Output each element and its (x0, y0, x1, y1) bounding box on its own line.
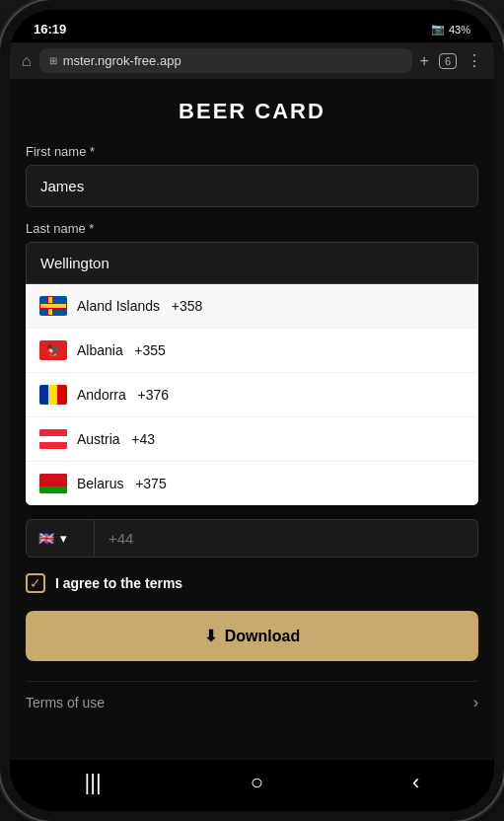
phone-flag-selector[interactable]: 🇬🇧 ▾ (26, 519, 95, 558)
belarus-label: Belarus +375 (77, 476, 167, 491)
dropdown-item-belarus[interactable]: Belarus +375 (26, 462, 478, 505)
browser-home-icon[interactable]: ⌂ (22, 52, 32, 70)
dropdown-item-albania[interactable]: 🦅 Albania +355 (26, 329, 478, 373)
terms-checkbox-label: I agree to the terms (55, 575, 182, 591)
austria-label: Austria +43 (77, 431, 155, 447)
browser-url-bar[interactable]: ⊞ mster.ngrok-free.app (39, 48, 412, 73)
first-name-label: First name * (26, 144, 478, 159)
page-title: BEER CARD (26, 99, 478, 124)
check-icon: ✓ (30, 575, 41, 591)
terms-row[interactable]: Terms of use › (26, 681, 478, 723)
flag-austria (39, 429, 67, 449)
country-dropdown[interactable]: Aland Islands +358 🦅 Albania +355 Andorr… (26, 284, 478, 505)
status-bar: 16:19 📷 43% (10, 10, 494, 42)
camera-icon: 📷 (431, 23, 445, 36)
checkbox-row[interactable]: ✓ I agree to the terms (26, 573, 478, 593)
nav-bar: ||| ○ ‹ (10, 760, 494, 811)
nav-menu-icon[interactable]: ||| (85, 770, 102, 795)
dropdown-item-austria[interactable]: Austria +43 (26, 417, 478, 462)
download-button[interactable]: ⬇ Download (26, 611, 478, 661)
aland-label: Aland Islands +358 (77, 298, 202, 314)
new-tab-icon[interactable]: + (420, 52, 429, 70)
lock-icon: ⊞ (49, 55, 57, 66)
terms-chevron-icon: › (473, 694, 478, 711)
andorra-label: Andorra +376 (77, 387, 169, 403)
status-time: 16:19 (34, 22, 66, 37)
nav-back-icon[interactable]: ‹ (412, 770, 419, 795)
terms-checkbox[interactable]: ✓ (26, 573, 45, 593)
selected-flag: 🇬🇧 (38, 531, 54, 546)
nav-home-icon[interactable]: ○ (251, 770, 263, 795)
flag-aland (39, 296, 67, 316)
first-name-input[interactable] (26, 165, 478, 207)
phone-row: 🇬🇧 ▾ (26, 519, 478, 558)
terms-of-use-label: Terms of use (26, 695, 105, 710)
battery-level: 43% (449, 24, 470, 36)
browser-actions: + 6 ⋮ (420, 51, 482, 70)
phone-number-input[interactable] (95, 519, 478, 558)
albania-label: Albania +355 (77, 342, 166, 358)
browser-bar: ⌂ ⊞ mster.ngrok-free.app + 6 ⋮ (10, 42, 494, 79)
phone-frame: 16:19 📷 43% ⌂ ⊞ mster.ngrok-free.app + 6… (0, 0, 504, 821)
flag-belarus (39, 474, 67, 493)
last-name-label: Last name * (26, 221, 478, 236)
dropdown-item-andorra[interactable]: Andorra +376 (26, 373, 478, 417)
download-icon: ⬇ (204, 627, 217, 645)
dropdown-item-aland[interactable]: Aland Islands +358 (26, 284, 478, 329)
tab-count[interactable]: 6 (439, 53, 457, 69)
screen: 16:19 📷 43% ⌂ ⊞ mster.ngrok-free.app + 6… (10, 10, 494, 811)
flag-albania: 🦅 (39, 340, 67, 360)
url-text: mster.ngrok-free.app (63, 53, 181, 68)
flag-andorra (39, 385, 67, 405)
status-icons: 📷 43% (431, 23, 470, 36)
page-content: BEER CARD First name * Last name * Aland… (10, 79, 494, 760)
more-options-icon[interactable]: ⋮ (467, 51, 482, 70)
chevron-down-icon: ▾ (60, 531, 67, 546)
download-label: Download (225, 628, 300, 645)
last-name-input[interactable] (26, 242, 478, 284)
